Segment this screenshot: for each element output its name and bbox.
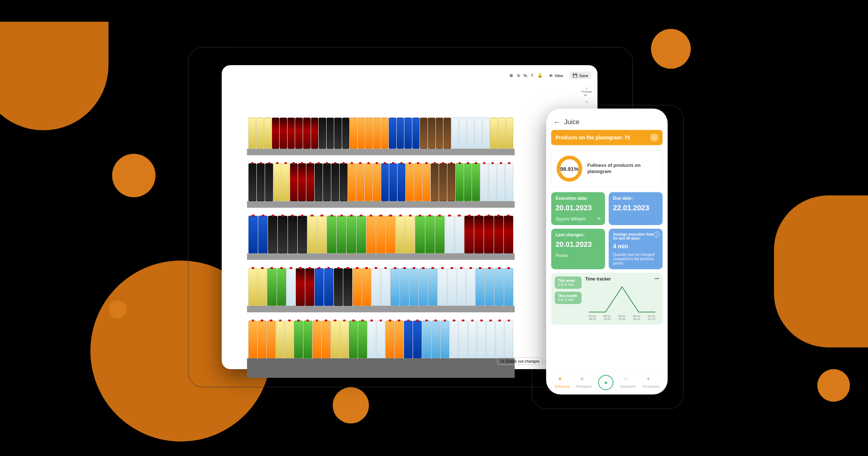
product-facing[interactable] [319, 118, 326, 149]
product-facing[interactable] [441, 321, 449, 358]
product-facing[interactable] [327, 216, 336, 253]
product-facing[interactable] [373, 163, 381, 201]
product-facing[interactable] [265, 163, 273, 201]
product-facing[interactable] [395, 321, 404, 358]
product-facing[interactable] [324, 268, 333, 306]
product-facing[interactable] [267, 321, 276, 358]
product-facing[interactable] [356, 163, 364, 201]
product-facing[interactable] [447, 268, 456, 306]
product-facing[interactable] [248, 118, 256, 149]
product-facing[interactable] [415, 216, 425, 253]
product-facing[interactable] [280, 118, 287, 149]
products-banner[interactable]: Products on the planogram: 75 › [551, 130, 663, 145]
bell-icon[interactable]: 🔔 [537, 73, 542, 78]
product-facing[interactable] [282, 163, 290, 201]
product-facing[interactable] [389, 163, 397, 201]
product-facing[interactable] [476, 268, 485, 306]
product-facing[interactable] [348, 163, 356, 201]
product-facing[interactable] [315, 163, 323, 201]
back-icon[interactable]: ← [553, 118, 561, 126]
product-facing[interactable] [343, 268, 352, 306]
product-facing[interactable] [484, 216, 493, 253]
product-facing[interactable] [278, 216, 287, 253]
product-facing[interactable] [257, 163, 265, 201]
product-facing[interactable] [504, 216, 513, 253]
product-facing[interactable] [340, 163, 348, 201]
ruler-icon[interactable]: ⇲ [516, 73, 520, 78]
product-facing[interactable] [480, 163, 488, 201]
product-facing[interactable] [467, 118, 475, 149]
product-facing[interactable] [365, 118, 373, 149]
product-facing[interactable] [497, 163, 505, 201]
view-button[interactable]: 👁 View [546, 72, 566, 79]
product-facing[interactable] [505, 321, 513, 358]
product-facing[interactable] [422, 163, 430, 201]
product-facing[interactable] [248, 321, 257, 358]
product-facing[interactable] [317, 216, 327, 253]
product-facing[interactable] [391, 268, 400, 306]
product-facing[interactable] [277, 268, 286, 306]
product-facing[interactable] [258, 268, 267, 306]
nav-taskboard[interactable]: ▦ Taskboard [554, 377, 570, 388]
product-facing[interactable] [311, 118, 319, 149]
pencil-icon[interactable]: ✎ [597, 216, 601, 221]
product-facing[interactable] [489, 163, 497, 201]
product-facing[interactable] [248, 216, 258, 253]
product-facing[interactable] [498, 118, 506, 149]
product-facing[interactable] [286, 268, 295, 306]
product-facing[interactable] [443, 118, 451, 149]
product-facing[interactable] [494, 216, 503, 253]
product-facing[interactable] [428, 118, 435, 149]
product-facing[interactable] [409, 268, 418, 306]
product-facing[interactable] [485, 268, 494, 306]
product-facing[interactable] [464, 163, 472, 201]
product-facing[interactable] [272, 118, 280, 149]
product-facing[interactable] [285, 321, 294, 358]
product-facing[interactable] [459, 118, 467, 149]
check-changes-button[interactable]: ◷ Check out changes [497, 357, 543, 365]
product-facing[interactable] [475, 118, 482, 149]
product-facing[interactable] [350, 118, 357, 149]
product-facing[interactable] [358, 321, 367, 358]
product-facing[interactable] [295, 118, 303, 149]
product-facing[interactable] [447, 163, 455, 201]
product-facing[interactable] [422, 321, 431, 358]
product-facing[interactable] [366, 216, 376, 253]
product-facing[interactable] [435, 216, 444, 253]
product-facing[interactable] [464, 216, 474, 253]
product-facing[interactable] [290, 163, 298, 201]
side-tag-icon[interactable]: ◇ [586, 100, 588, 104]
product-facing[interactable] [268, 216, 277, 253]
product-facing[interactable] [258, 321, 266, 358]
product-facing[interactable] [337, 216, 346, 253]
product-facing[interactable] [482, 118, 490, 149]
nav-planogram[interactable]: ▧ Planogram [576, 377, 592, 388]
product-facing[interactable] [389, 118, 396, 149]
product-facing[interactable] [365, 163, 373, 201]
product-facing[interactable] [340, 321, 349, 358]
product-facing[interactable] [436, 118, 443, 149]
product-facing[interactable] [495, 321, 504, 358]
product-facing[interactable] [474, 216, 484, 253]
product-facing[interactable] [288, 216, 297, 253]
product-facing[interactable] [298, 163, 306, 201]
product-facing[interactable] [504, 268, 513, 306]
product-facing[interactable] [334, 268, 343, 306]
product-facing[interactable] [307, 216, 317, 253]
product-facing[interactable] [420, 118, 427, 149]
product-facing[interactable] [381, 163, 389, 201]
product-facing[interactable] [322, 321, 330, 358]
product-facing[interactable] [303, 321, 312, 358]
product-facing[interactable] [412, 118, 420, 149]
product-facing[interactable] [312, 321, 321, 358]
product-facing[interactable] [376, 216, 386, 253]
product-facing[interactable] [477, 321, 486, 358]
nav-equipment[interactable]: ▢ Equipment [620, 377, 636, 388]
product-facing[interactable] [373, 118, 381, 149]
product-facing[interactable] [306, 163, 314, 201]
product-facing[interactable] [323, 163, 331, 201]
product-facing[interactable] [439, 163, 447, 201]
product-facing[interactable] [381, 118, 389, 149]
product-facing[interactable] [315, 268, 324, 306]
save-button[interactable]: 💾 Save [570, 72, 591, 79]
